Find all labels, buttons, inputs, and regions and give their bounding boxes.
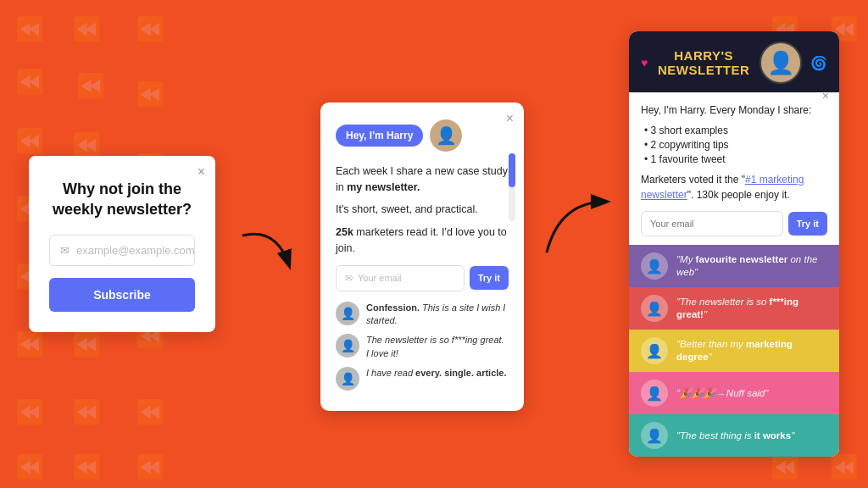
progress-bar bbox=[509, 153, 515, 221]
arrow2-icon bbox=[534, 185, 619, 269]
main-container: × Why not join the weekly newsletter? ✉ … bbox=[12, 14, 856, 474]
testimonial-item-2: 👤 The newsletter is so f***ing great. I … bbox=[336, 334, 509, 360]
card2-body3: 25k marketers read it. I'd love you to j… bbox=[336, 225, 509, 257]
card2-body2: It's short, sweet, and practical. bbox=[336, 202, 509, 218]
card3-social-proof: Marketers voted it the "#1 marketing new… bbox=[641, 172, 827, 202]
testimonial-avatar-1: 👤 bbox=[336, 302, 359, 325]
bullet-1: 3 short examples bbox=[644, 125, 827, 136]
testimonial-avatar-3: 👤 bbox=[336, 367, 359, 391]
card3-email-input[interactable] bbox=[641, 211, 783, 236]
card3-body: Hey, I'm Harry. Every Monday I share: 3 … bbox=[629, 92, 839, 202]
subscribe-button[interactable]: Subscribe bbox=[49, 278, 195, 312]
arrow2-container bbox=[551, 185, 602, 236]
spiral-icon: 🌀 bbox=[810, 55, 827, 71]
t-avatar-1: 👤 bbox=[641, 252, 668, 280]
card2-try-button[interactable]: Try it bbox=[470, 266, 509, 290]
t-quote-4: "🎉🎉🎉 – Nuff said" bbox=[676, 387, 768, 400]
card3-try-button[interactable]: Try it bbox=[788, 212, 827, 236]
card3-intro: Hey, I'm Harry. Every Monday I share: bbox=[641, 103, 827, 118]
t-avatar-2: 👤 bbox=[641, 295, 668, 322]
card2-header: Hey, I'm Harry 👤 bbox=[336, 119, 509, 152]
testimonial-item-3: 👤 I have read every. single. article. bbox=[336, 367, 509, 391]
progress-fill bbox=[509, 153, 515, 187]
card3-newsletter-popup: ♥ HARRY'S NEWSLETTER 👤 🌀 × Hey, I'm Harr… bbox=[629, 31, 839, 457]
marketing-link[interactable]: #1 marketing newsletter bbox=[641, 174, 804, 201]
t-quote-1: "My favourite newsletter on the web" bbox=[676, 253, 827, 279]
testimonial-row-3: 👤 "Better than my marketing degree" bbox=[629, 330, 839, 372]
card1-simple-popup: × Why not join the weekly newsletter? ✉ … bbox=[29, 156, 215, 332]
arrow1-container bbox=[242, 202, 293, 286]
card1-headline: Why not join the weekly newsletter? bbox=[49, 180, 195, 219]
card2-close[interactable]: × bbox=[506, 111, 514, 126]
card3-testimonials: 👤 "My favourite newsletter on the web" 👤… bbox=[629, 245, 839, 457]
bullet-2: 2 copywriting tips bbox=[644, 139, 827, 151]
testimonial-text-1: Confession. This is a site I wish I star… bbox=[366, 302, 509, 328]
card3-close[interactable]: × bbox=[822, 89, 829, 103]
testimonial-row-2: 👤 "The newsletter is so f***ing great!" bbox=[629, 287, 839, 330]
heart-icon: ♥ bbox=[641, 56, 648, 69]
card2-email-input[interactable]: ✉ Your email bbox=[336, 265, 465, 291]
card2-email-placeholder: Your email bbox=[358, 273, 402, 283]
card3-bullets: 3 short examples 2 copywriting tips 1 fa… bbox=[644, 125, 827, 165]
card1-email-input-wrap[interactable]: ✉ example@example.com bbox=[49, 235, 195, 266]
card3-email-row: Try it bbox=[629, 211, 839, 245]
t-quote-3: "Better than my marketing degree" bbox=[676, 338, 827, 363]
card3-avatar: 👤 bbox=[760, 42, 802, 84]
testimonial-row-1: 👤 "My favourite newsletter on the web" bbox=[629, 245, 839, 287]
t-quote-5: "The best thing is it works" bbox=[676, 430, 794, 442]
card1-email-placeholder: example@example.com bbox=[76, 244, 195, 257]
bullet-3: 1 favourite tweet bbox=[644, 153, 827, 165]
t-avatar-4: 👤 bbox=[641, 380, 668, 407]
t-avatar-5: 👤 bbox=[641, 422, 668, 449]
harry-badge: Hey, I'm Harry bbox=[336, 125, 423, 147]
harry-avatar: 👤 bbox=[430, 119, 462, 152]
testimonial-item-1: 👤 Confession. This is a site I wish I st… bbox=[336, 302, 509, 328]
testimonial-text-2: The newsletter is so f***ing great. I lo… bbox=[366, 334, 509, 360]
close-button[interactable]: × bbox=[198, 164, 205, 180]
testimonial-avatar-2: 👤 bbox=[336, 334, 359, 358]
card3-header: ♥ HARRY'S NEWSLETTER 👤 🌀 bbox=[629, 31, 839, 92]
email-icon-small: ✉ bbox=[345, 273, 353, 284]
card2-email-row: ✉ Your email Try it bbox=[336, 265, 509, 291]
card3-title: HARRY'S NEWSLETTER bbox=[656, 48, 751, 77]
card2-body1: Each week I share a new case study in my… bbox=[336, 164, 509, 196]
card2-middle-popup: Hey, I'm Harry 👤 × Each week I share a n… bbox=[320, 103, 524, 411]
testimonial-row-4: 👤 "🎉🎉🎉 – Nuff said" bbox=[629, 372, 839, 414]
testimonial-text-3: I have read every. single. article. bbox=[366, 367, 507, 380]
email-icon: ✉ bbox=[60, 244, 70, 257]
t-quote-2: "The newsletter is so f***ing great!" bbox=[676, 296, 827, 321]
arrow1-icon bbox=[234, 219, 302, 286]
testimonial-row-5: 👤 "The best thing is it works" bbox=[629, 414, 839, 457]
t-avatar-3: 👤 bbox=[641, 337, 668, 364]
card2-body: Each week I share a new case study in my… bbox=[336, 164, 509, 257]
